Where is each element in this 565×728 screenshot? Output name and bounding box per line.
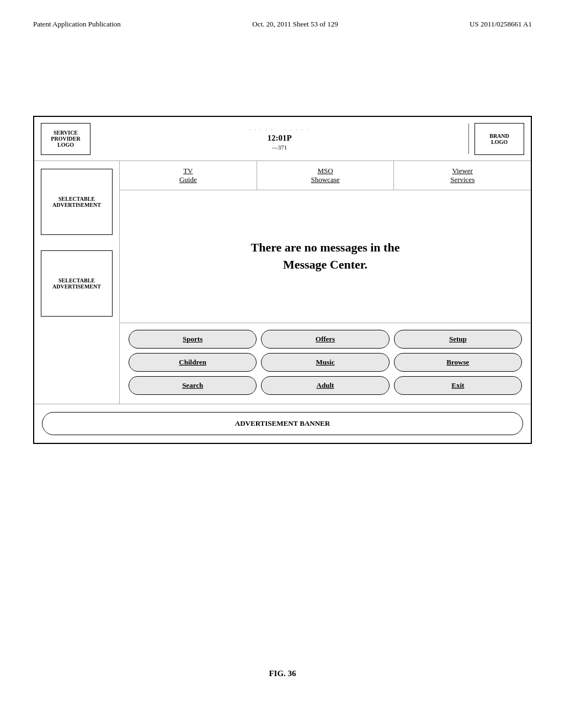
selectable-ad-1: SELECTABLE ADVERTISEMENT [41,169,113,235]
tab-tv-guide[interactable]: TV Guide [120,161,257,190]
button-grid: Sports Offers Setup Children Music Brows… [120,323,531,404]
header-center: Oct. 20, 2011 Sheet 53 of 129 [252,20,338,29]
btn-exit[interactable]: Exit [394,376,522,395]
diagram-container: SERVICE PROVIDER LOGO · · · · · · · · · … [33,116,532,444]
ui-sidebar: SELECTABLE ADVERTISEMENT SELECTABLE ADVE… [34,161,120,404]
btn-search[interactable]: Search [129,376,257,395]
header-right: US 2011/0258661 A1 [470,20,532,29]
brand-logo: BRAND LOGO [475,123,524,155]
btn-offers[interactable]: Offers [261,330,389,349]
signal-dots: · · · · · · · · · · [249,127,310,132]
header-left: Patent Application Publication [33,20,121,29]
selectable-ad-2: SELECTABLE ADVERTISEMENT [41,250,113,317]
tab-mso-showcase[interactable]: MSO Showcase [257,161,395,190]
patent-header: Patent Application Publication Oct. 20, … [33,20,532,29]
figure-caption: FIG. 36 [0,669,565,678]
message-text: There are no messages in the Message Cen… [251,239,400,274]
top-bar-middle: · · · · · · · · · · 12:01P —371 [96,127,463,151]
btn-adult[interactable]: Adult [261,376,389,395]
service-provider-logo: SERVICE PROVIDER LOGO [41,123,90,155]
time-display: 12:01P [267,133,291,143]
btn-music[interactable]: Music [261,353,389,372]
divider-line [468,124,469,154]
ui-bottom-banner: ADVERTISEMENT BANNER [34,404,531,443]
tab-viewer-services[interactable]: Viewer Services [394,161,531,190]
btn-sports[interactable]: Sports [129,330,257,349]
label-371: —371 [272,144,287,151]
advertisement-banner: ADVERTISEMENT BANNER [42,412,523,435]
ui-top-bar: SERVICE PROVIDER LOGO · · · · · · · · · … [34,117,531,161]
btn-children[interactable]: Children [129,353,257,372]
ui-content: TV Guide MSO Showcase Viewer Services Th… [120,161,531,404]
ui-main: SELECTABLE ADVERTISEMENT SELECTABLE ADVE… [34,161,531,404]
btn-setup[interactable]: Setup [394,330,522,349]
message-area: There are no messages in the Message Cen… [120,190,531,323]
btn-browse[interactable]: Browse [394,353,522,372]
tabs-row: TV Guide MSO Showcase Viewer Services [120,161,531,190]
